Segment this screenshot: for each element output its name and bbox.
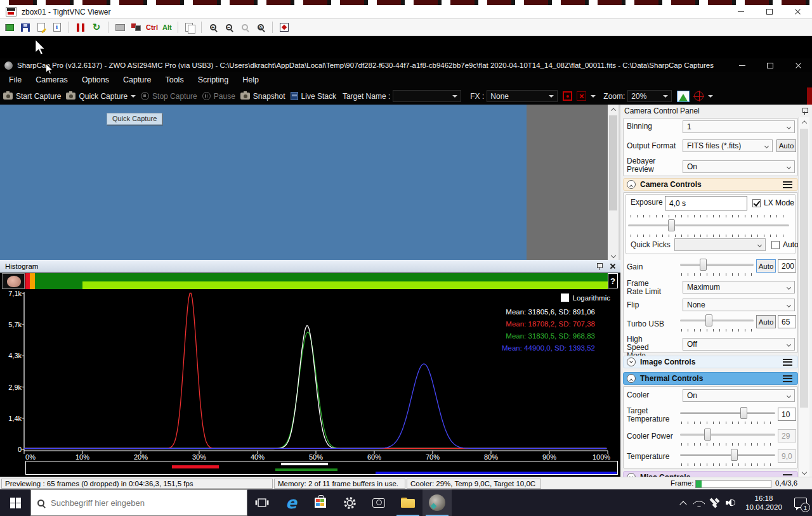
store-button[interactable]	[306, 489, 335, 516]
zoom-combo[interactable]: 20%	[627, 90, 672, 102]
zoom-in-icon[interactable]: +	[207, 22, 219, 33]
scrollbar-thumb[interactable]	[609, 115, 617, 210]
camera-app-button[interactable]	[364, 489, 393, 516]
snapshot-button[interactable]: Snapshot	[240, 92, 285, 101]
volume-button[interactable]	[723, 498, 738, 507]
image-controls-section-header[interactable]: Image Controls	[623, 356, 798, 368]
quick-capture-button[interactable]: Quick Capture	[66, 92, 136, 101]
exposure-auto-checkbox[interactable]: Auto	[771, 240, 799, 249]
search-input[interactable]	[51, 498, 216, 508]
turbo-usb-value[interactable]: 65	[778, 315, 796, 328]
gain-auto-button[interactable]: Auto	[756, 259, 776, 273]
pin-icon[interactable]	[596, 262, 603, 270]
quick-picks-combo[interactable]	[674, 238, 766, 251]
panel-vertical-scrollbar[interactable]	[798, 117, 809, 477]
stretch-bar-green[interactable]	[275, 468, 337, 472]
section-menu-icon[interactable]	[783, 375, 792, 382]
scroll-up-icon[interactable]	[799, 117, 810, 127]
debayer-preview-combo[interactable]: On	[683, 160, 795, 173]
exposure-input[interactable]	[665, 196, 747, 210]
scroll-down-icon[interactable]	[799, 467, 810, 477]
preview-vertical-scrollbar[interactable]	[608, 105, 619, 260]
camera-controls-section-header[interactable]: Camera Controls	[623, 178, 798, 191]
collapse-icon[interactable]	[627, 374, 636, 383]
selection-area-icon[interactable]	[563, 91, 572, 101]
ctrl-alt-del-icon[interactable]	[130, 22, 141, 33]
section-menu-icon[interactable]	[783, 359, 792, 366]
stretch-bar-blue[interactable]	[376, 472, 617, 475]
sharpcap-minimize-button[interactable]	[728, 58, 756, 72]
binning-combo[interactable]: 1	[683, 120, 795, 133]
stretch-bar-red[interactable]	[172, 465, 219, 468]
turbo-usb-auto-button[interactable]: Auto	[756, 315, 776, 328]
misc-controls-section-header[interactable]: Misc Controls	[623, 471, 798, 477]
menu-options[interactable]: Options	[75, 75, 116, 84]
zoom-auto-icon[interactable]: A	[255, 22, 266, 33]
checkbox-icon[interactable]	[771, 241, 780, 249]
scroll-up-icon[interactable]	[608, 105, 619, 114]
output-format-combo[interactable]: FITS files (*.fits)	[683, 139, 773, 152]
action-center-button[interactable]: 1	[789, 489, 812, 516]
flip-combo[interactable]: None	[683, 299, 795, 311]
taskbar-search[interactable]	[30, 489, 247, 516]
gain-slider[interactable]	[680, 258, 754, 272]
scrollbar-thumb[interactable]	[800, 129, 808, 408]
sharpcap-close-button[interactable]	[784, 58, 812, 72]
selection-dropdown-icon[interactable]	[591, 95, 596, 98]
start-capture-button[interactable]: Start Capture	[3, 92, 61, 101]
pause-icon[interactable]	[75, 22, 86, 33]
frame-rate-limit-combo[interactable]: Maximum	[683, 281, 795, 293]
dropbox-button[interactable]	[707, 498, 723, 507]
new-connection-icon[interactable]	[4, 22, 15, 33]
menu-cameras[interactable]: Cameras	[29, 75, 75, 84]
live-stack-button[interactable]: Live Stack	[291, 92, 336, 101]
reticle-dropdown-icon[interactable]	[708, 95, 713, 98]
settings-button[interactable]	[335, 489, 364, 516]
file-transfer-icon[interactable]	[184, 22, 195, 33]
output-format-auto-button[interactable]: Auto	[776, 139, 796, 152]
quick-capture-dropdown-icon[interactable]	[131, 95, 136, 98]
target-name-combo[interactable]	[393, 90, 461, 102]
thermal-controls-section-header[interactable]: Thermal Controls	[623, 372, 798, 385]
vnc-minimize-button[interactable]	[726, 5, 755, 18]
vnc-maximize-button[interactable]	[755, 5, 783, 18]
slider-thumb[interactable]	[740, 407, 747, 419]
start-button[interactable]	[0, 489, 30, 516]
edge-button[interactable]: e	[277, 489, 306, 516]
cooler-combo[interactable]: On	[683, 389, 795, 402]
slider-thumb[interactable]	[668, 219, 675, 231]
zoom-out-icon[interactable]: −	[223, 22, 235, 33]
menu-scripting[interactable]: Scripting	[191, 75, 236, 84]
high-speed-mode-combo[interactable]: Off	[683, 338, 795, 351]
camera-preview-image[interactable]	[0, 105, 527, 260]
fullscreen-icon[interactable]	[278, 22, 290, 33]
menu-capture[interactable]: Capture	[116, 75, 158, 84]
expand-icon[interactable]	[627, 358, 636, 366]
close-icon[interactable]	[609, 263, 615, 269]
histogram-stretch-strip[interactable]	[25, 461, 618, 475]
menu-file[interactable]: File	[2, 75, 29, 84]
alt-key-toggle[interactable]: Alt	[162, 23, 172, 31]
clear-selection-icon[interactable]: ×	[577, 91, 586, 101]
sharpcap-taskbar-button[interactable]	[422, 489, 452, 516]
collapse-icon[interactable]	[627, 180, 636, 189]
taskbar-clock[interactable]: 16:18 10.04.2020	[738, 494, 789, 512]
file-explorer-button[interactable]	[393, 489, 422, 516]
target-temperature-value[interactable]: 10	[778, 408, 796, 421]
vnc-close-button[interactable]	[783, 5, 812, 18]
wifi-button[interactable]	[691, 498, 707, 507]
stretch-bar-luminance[interactable]	[281, 463, 328, 466]
tray-expand-button[interactable]	[675, 500, 691, 505]
task-view-button[interactable]	[247, 489, 277, 516]
reticle-icon[interactable]	[694, 91, 704, 101]
connection-options-icon[interactable]	[36, 22, 47, 33]
ctrl-key-toggle[interactable]: Ctrl	[146, 23, 158, 31]
slider-thumb[interactable]	[700, 259, 707, 271]
save-session-icon[interactable]	[20, 22, 31, 33]
turbo-usb-slider[interactable]	[680, 314, 754, 328]
scroll-down-icon[interactable]	[608, 250, 619, 260]
checkbox-checked-icon[interactable]	[752, 199, 761, 207]
menu-help[interactable]: Help	[235, 75, 266, 84]
fx-combo[interactable]: None	[487, 90, 558, 102]
sharpcap-maximize-button[interactable]	[756, 58, 784, 72]
